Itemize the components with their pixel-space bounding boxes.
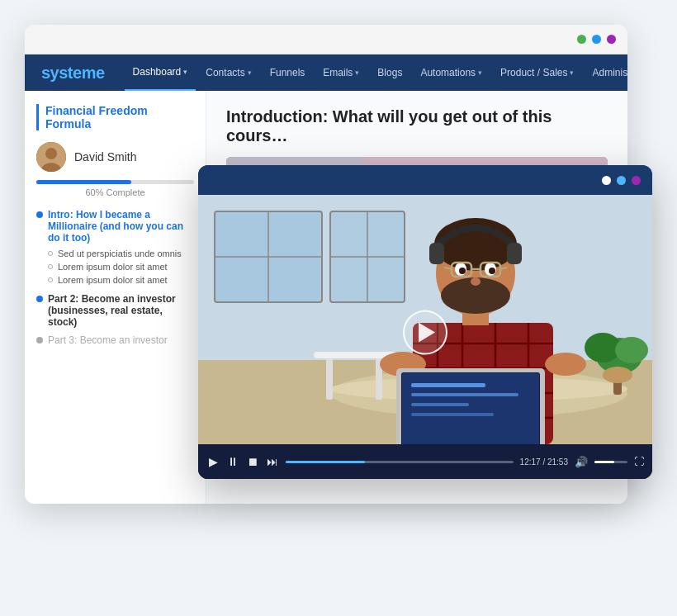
- nav-items: Dashboard ▾ Contacts ▾ Funnels Emails ▾ …: [125, 54, 627, 91]
- front-browser-chrome: [198, 165, 652, 195]
- bullet-icon: [36, 211, 43, 218]
- menu-item-2-title[interactable]: Part 2: Become an investor (businesses, …: [36, 293, 194, 328]
- svg-rect-93: [411, 413, 494, 416]
- next-button[interactable]: ⏭: [266, 455, 279, 468]
- dot-3[interactable]: [632, 176, 641, 185]
- avatar: [36, 142, 66, 172]
- progress-bar-background: [36, 180, 194, 184]
- dot-2[interactable]: [617, 176, 626, 185]
- play-button[interactable]: [403, 310, 447, 355]
- bullet-icon: [36, 296, 43, 302]
- menu-item-3-title[interactable]: Part 3: Become an investor: [36, 334, 194, 346]
- svg-point-98: [603, 367, 632, 383]
- play-icon: [419, 323, 435, 343]
- brand-logo[interactable]: systeme: [41, 64, 105, 83]
- volume-track[interactable]: [594, 461, 627, 463]
- sub-dot-icon: [48, 264, 53, 269]
- chevron-down-icon: ▾: [570, 69, 574, 77]
- svg-point-68: [545, 353, 586, 376]
- sub-item-2[interactable]: Lorem ipsum dolor sit amet: [36, 260, 194, 273]
- dot-1[interactable]: [602, 176, 611, 185]
- sub-dot-icon: [48, 251, 53, 256]
- menu-item-3[interactable]: Part 3: Become an investor: [36, 334, 194, 346]
- svg-point-78: [489, 268, 495, 274]
- menu-item-1-title[interactable]: Intro: How I became a Millionaire (and h…: [36, 209, 194, 244]
- svg-rect-56: [326, 358, 333, 400]
- nav-administration[interactable]: Administration: [584, 54, 627, 91]
- course-heading: Introduction: What will you get out of t…: [226, 107, 608, 145]
- video-progress-track[interactable]: [286, 461, 514, 463]
- video-time: 12:17 / 21:53: [520, 457, 568, 467]
- svg-rect-92: [411, 403, 469, 406]
- svg-point-77: [459, 268, 466, 274]
- sub-item-3[interactable]: Lorem ipsum dolor sit amet: [36, 273, 194, 287]
- nav-contacts[interactable]: Contacts ▾: [197, 54, 259, 91]
- video-controls: ▶ ⏸ ⏹ ⏭ 12:17 / 21:53 🔊 ⛶: [198, 444, 652, 479]
- menu-item-1[interactable]: Intro: How I became a Millionaire (and h…: [36, 209, 194, 287]
- nav-automations[interactable]: Automations ▾: [412, 54, 490, 91]
- front-browser-window: ▶ ⏸ ⏹ ⏭ 12:17 / 21:53 🔊 ⛶: [198, 165, 652, 479]
- svg-rect-91: [411, 393, 518, 396]
- chevron-down-icon: ▾: [355, 69, 359, 77]
- back-browser-chrome: [25, 25, 627, 54]
- nav-product-sales[interactable]: Product / Sales ▾: [492, 54, 582, 91]
- nav-emails[interactable]: Emails ▾: [315, 54, 367, 91]
- svg-rect-84: [429, 243, 444, 264]
- svg-rect-85: [507, 243, 522, 264]
- video-player[interactable]: ▶ ⏸ ⏹ ⏭ 12:17 / 21:53 🔊 ⛶: [198, 195, 652, 479]
- progress-bar-fill: [36, 180, 131, 184]
- progress-label: 60% Complete: [36, 187, 194, 197]
- nav-funnels[interactable]: Funnels: [262, 54, 314, 91]
- course-sidebar: Financial Freedom Formula David Smith 60…: [25, 91, 206, 504]
- maximize-dot[interactable]: [592, 35, 601, 44]
- pause-button[interactable]: ⏸: [226, 455, 239, 468]
- svg-point-86: [471, 277, 481, 286]
- nav-dashboard[interactable]: Dashboard ▾: [125, 54, 196, 91]
- chevron-down-icon: ▾: [183, 68, 187, 76]
- user-name: David Smith: [74, 150, 136, 163]
- fullscreen-button[interactable]: ⛶: [634, 456, 644, 467]
- video-progress-fill: [286, 461, 365, 463]
- stop-button[interactable]: ⏹: [246, 455, 259, 468]
- volume-button[interactable]: 🔊: [575, 456, 588, 468]
- minimize-dot[interactable]: [577, 35, 586, 44]
- svg-rect-90: [411, 383, 485, 387]
- sub-dot-icon: [48, 277, 53, 282]
- nav-blogs[interactable]: Blogs: [369, 54, 410, 91]
- play-pause-button[interactable]: ▶: [206, 455, 220, 468]
- sub-item-1[interactable]: Sed ut perspiciatis unde omnis: [36, 247, 194, 260]
- bullet-icon: [36, 337, 43, 344]
- menu-item-2[interactable]: Part 2: Become an investor (businesses, …: [36, 293, 194, 328]
- navbar: systeme Dashboard ▾ Contacts ▾ Funnels E…: [25, 54, 627, 91]
- progress-section: 60% Complete: [36, 180, 194, 197]
- chevron-down-icon: ▾: [478, 69, 482, 77]
- course-title-sidebar: Financial Freedom Formula: [36, 104, 194, 130]
- volume-fill: [594, 461, 614, 463]
- user-info: David Smith: [36, 142, 194, 172]
- close-dot[interactable]: [607, 35, 616, 44]
- chevron-down-icon: ▾: [248, 69, 252, 77]
- svg-point-96: [615, 337, 648, 363]
- svg-point-1: [45, 148, 57, 159]
